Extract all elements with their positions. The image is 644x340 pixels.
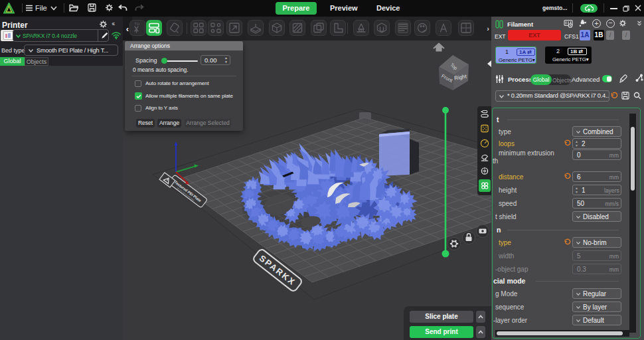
- svg-text:TO: TO: [134, 22, 140, 26]
